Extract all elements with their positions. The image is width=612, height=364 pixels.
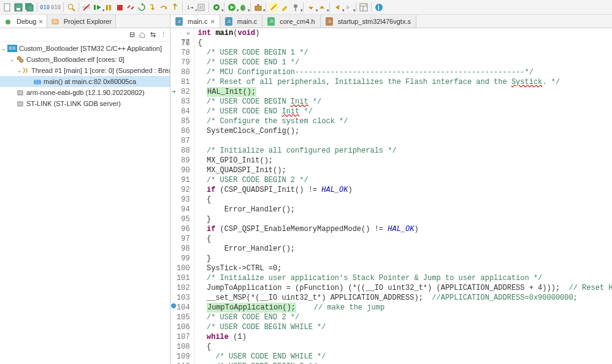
disconnect-icon[interactable] [126,2,136,12]
tree-label: ST-LINK (ST-LINK GDB server) [26,100,121,107]
tree-elf[interactable]: ⌄ Custom_Bootloader.elf [cores: 0] [0,54,170,65]
no-skip-icon[interactable] [82,2,91,12]
editor-tab-main-c-1[interactable]: .c main.c × [170,15,220,28]
perspective-icon[interactable]: + [359,2,369,12]
tree-label: Thread #1 [main] 1 [core: 0] (Suspended … [31,67,170,74]
separator [356,2,356,12]
tree-gdb[interactable]: arm-none-eabi-gdb (12.1.90.20220802) [0,87,170,98]
pause-icon[interactable] [104,2,113,12]
svg-rect-13 [117,5,123,10]
twisty-icon[interactable]: ⌄ [0,45,7,51]
svg-rect-19 [199,6,203,9]
svg-marker-17 [173,3,177,6]
separator [266,2,266,12]
reg-icon[interactable] [196,2,206,12]
tree-label: Custom_Bootloader.elf [cores: 0] [26,56,124,63]
svg-point-31 [294,4,297,8]
debugger-icon [16,88,25,97]
new-icon[interactable] [2,2,12,12]
search-icon[interactable] [66,2,76,12]
svg-text:i: i [378,4,380,11]
editor-tab-main-c-2[interactable]: .c main.c [220,15,262,28]
code-content[interactable]: int main(void){ /* USER CODE BEGIN 1 */ … [194,28,612,364]
code-editor[interactable]: ➔ ⊖ 767778798081828384858687888990919293… [170,28,612,364]
binary-010b-icon[interactable]: 010 [51,2,61,12]
gears-icon [16,55,25,64]
svg-marker-36 [346,5,350,10]
instr-step-icon[interactable]: i⇥ [185,2,195,12]
tree-stlink[interactable]: ST-LINK (ST-LINK GDB server) [0,98,170,109]
twisty-icon[interactable]: ⌄ [17,67,22,74]
svg-rect-11 [106,5,108,10]
prev-annotation-icon[interactable] [317,2,327,12]
separator [329,2,330,12]
pin-icon[interactable] [291,2,300,12]
svg-rect-2 [17,8,20,10]
link-icon[interactable]: ⇆ [148,31,157,39]
binary-010-icon[interactable]: 010 [40,2,50,12]
svg-line-6 [72,9,75,11]
svg-rect-0 [4,4,10,11]
highlighter-icon[interactable] [280,2,289,12]
debug-config-icon[interactable] [238,2,248,12]
bug-icon [4,17,12,26]
svg-marker-15 [151,8,155,10]
save-icon[interactable] [13,2,23,12]
menu-icon[interactable]: ⋮ [159,31,167,39]
c-file-icon: .c [225,17,232,26]
debugger-icon [16,99,25,108]
svg-rect-49 [34,82,40,84]
thread-icon [22,66,29,75]
svg-point-43 [6,20,10,25]
svg-rect-50 [18,91,23,95]
svg-marker-33 [308,7,313,10]
editor-tab-core-cm4[interactable]: .h core_cm4.h [262,15,320,28]
ide-icon: IDE [7,45,17,52]
svg-point-5 [68,4,73,9]
separator [63,2,64,12]
collapse-icon[interactable]: ⊟ [128,31,136,39]
debug-sidebar: Debug × Project Explorer ⊟ ⇆ ⋮ ⌄ IDE Cus… [0,15,170,364]
tab-debug[interactable]: Debug × [0,15,47,28]
svg-rect-51 [18,102,23,106]
svg-point-47 [20,59,23,63]
run-config-icon[interactable] [227,2,237,12]
next-annotation-icon[interactable] [306,2,316,12]
stepinto-icon[interactable] [148,2,158,12]
tree-stack-frame[interactable]: main() at main.c:82 0x80005ca [0,76,170,87]
restart-icon[interactable] [137,2,147,12]
nav-forward-icon[interactable] [343,2,353,12]
s-file-icon: .s [326,17,333,26]
tree-launch-config[interactable]: ⌄ IDE Custom_Bootloader [STM32 C/C++ App… [0,43,170,54]
stepreturn-icon[interactable] [170,2,180,12]
close-icon[interactable]: × [39,18,42,25]
stepover-icon[interactable] [159,2,169,12]
twisty-icon[interactable]: ⌄ [9,56,16,63]
tree-thread[interactable]: ⌄ Thread #1 [main] 1 [core: 0] (Suspende… [0,65,170,76]
line-number-ruler[interactable]: ⊖ 76777879808182838485868788899091929394… [177,28,194,364]
marker-gutter[interactable]: ➔ [170,28,177,364]
wand-icon[interactable] [269,2,278,12]
svg-point-24 [240,5,245,11]
tab-label: main.c [188,18,207,25]
separator [182,2,183,12]
close-icon[interactable]: × [210,18,214,25]
folder-icon [51,17,59,26]
saveall-icon[interactable] [25,2,34,12]
resume-icon[interactable] [93,2,102,12]
tab-project-explorer[interactable]: Project Explorer [47,15,116,28]
info-icon[interactable]: i [374,2,384,12]
external-tool-icon[interactable] [253,2,263,12]
editor-tab-startup[interactable]: .s startup_stm32l476vgtx.s [321,15,416,28]
svg-text:+: + [365,3,367,6]
c-file-icon: .c [175,17,183,26]
bug-config-icon[interactable] [212,2,221,12]
terminate-icon[interactable] [115,2,124,12]
home-icon[interactable] [138,31,147,39]
tab-label: main.c [237,18,257,25]
tree-label: Custom_Bootloader [STM32 C/C++ Applicati… [19,45,162,52]
sidebar-toolbar: ⊟ ⇆ ⋮ [0,28,170,42]
tab-label: Debug [17,18,36,25]
svg-marker-30 [282,6,287,11]
nav-back-icon[interactable] [332,2,342,12]
